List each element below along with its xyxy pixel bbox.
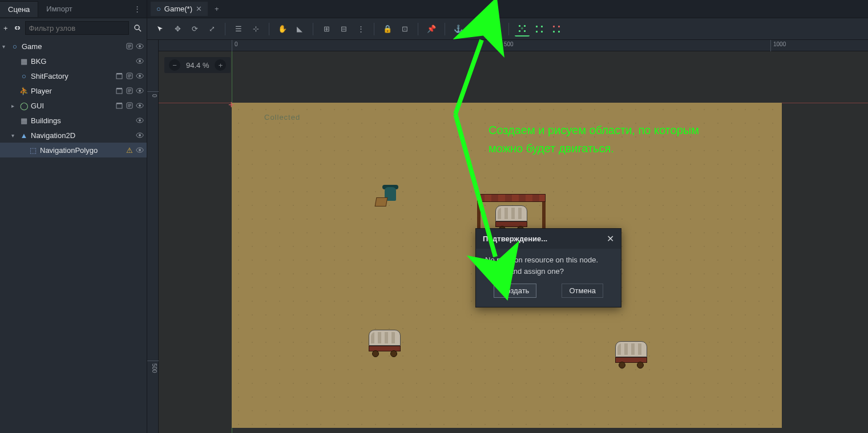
toolbar-separator (445, 23, 445, 35)
svg-rect-32 (524, 25, 526, 27)
svg-rect-20 (116, 104, 122, 108)
toolbar-separator (225, 23, 225, 35)
warn-icon[interactable]: ⚠ (125, 145, 134, 155)
add-node-icon[interactable]: + (3, 21, 8, 35)
scene-icon[interactable] (115, 86, 124, 95)
zoom-out-icon[interactable]: − (169, 59, 180, 71)
pin-icon[interactable]: 📌 (424, 22, 439, 37)
tree-node-buildings[interactable]: ▦ Buildings (0, 113, 147, 128)
polygon-edit-icon[interactable] (532, 22, 547, 37)
view-menu[interactable]: Вид (478, 22, 503, 37)
ruler-tick: 0 (232, 40, 240, 51)
ruler-tool-icon[interactable]: ⊹ (248, 22, 263, 37)
ruler-vertical: 0500 (147, 40, 159, 433)
snap-grid-icon[interactable]: ⊟ (336, 22, 351, 37)
svg-rect-43 (558, 31, 560, 33)
scene-panel-tabs: Сцена Импорт ⋮ (0, 0, 147, 18)
confirm-dialog: Подтверждение... ✕ No polygon resource o… (475, 228, 621, 307)
eye-icon[interactable] (135, 71, 144, 80)
zoom-value: 94.4 % (186, 61, 209, 70)
sprite-player (379, 187, 398, 210)
panel-menu-icon[interactable]: ⋮ (128, 5, 147, 13)
snap-options-icon[interactable]: ⋮ (353, 22, 368, 37)
eye-icon[interactable] (135, 131, 144, 140)
scale-tool-icon[interactable]: ⤢ (204, 22, 219, 37)
tree-node-label: Buildings (31, 116, 135, 125)
dialog-close-icon[interactable]: ✕ (607, 233, 614, 244)
svg-rect-41 (558, 26, 560, 27)
eye-icon[interactable] (135, 86, 144, 95)
svg-rect-37 (541, 26, 543, 27)
snap-toggle-icon[interactable]: ⊞ (319, 22, 334, 37)
tree-node-player[interactable]: ⛹ Player (0, 83, 147, 98)
cancel-button[interactable]: Отмена (562, 284, 603, 298)
script-icon[interactable] (125, 42, 134, 51)
scene-icon[interactable] (115, 71, 124, 80)
eye-icon[interactable] (135, 101, 144, 110)
svg-point-19 (139, 90, 141, 92)
node2d-icon: ○ (10, 42, 19, 51)
group-icon[interactable]: ⊡ (397, 22, 412, 37)
link-node-icon[interactable] (13, 21, 21, 35)
tree-node-label: ShitFactory (31, 72, 115, 80)
search-icon[interactable] (134, 21, 142, 35)
expand-arrow-icon[interactable]: ▸ (11, 103, 19, 109)
svg-point-28 (139, 134, 141, 136)
tree-node-gui[interactable]: ▸ ◯ GUI (0, 98, 147, 113)
script-icon[interactable] (125, 86, 134, 95)
tree-node-bkg[interactable]: ▦ BKG (0, 54, 147, 68)
kinematic-icon: ⛹ (19, 86, 29, 95)
tree-node-label: Game (22, 42, 125, 51)
lock-icon[interactable]: 🔒 (380, 22, 395, 37)
tab-import[interactable]: Импорт (38, 1, 80, 17)
dialog-title-text: Подтверждение... (483, 234, 547, 243)
close-tab-icon[interactable]: ✕ (196, 5, 202, 13)
node2d-icon: ○ (19, 71, 29, 80)
svg-rect-16 (116, 88, 122, 89)
svg-text:+: + (520, 26, 523, 31)
dialog-titlebar[interactable]: Подтверждение... ✕ (476, 229, 621, 249)
zoom-in-icon[interactable]: + (215, 59, 226, 71)
tab-game-scene[interactable]: ○ Game(*) ✕ (151, 2, 208, 16)
tree-node-navigationpolygo[interactable]: ⬚ NavigationPolygo ⚠ (0, 143, 147, 157)
polygon-delete-icon[interactable] (549, 22, 564, 37)
eye-icon[interactable] (135, 145, 144, 155)
rotate-tool-icon[interactable]: ⟳ (187, 22, 202, 37)
script-icon[interactable] (125, 101, 134, 110)
filter-nodes-input[interactable] (25, 21, 129, 35)
select-tool-icon[interactable] (153, 22, 168, 37)
scene-icon[interactable] (115, 101, 124, 110)
nav-icon: ▲ (19, 131, 29, 140)
main-tabs: ○ Game(*) ✕ + (147, 0, 868, 18)
tree-node-shitfactory[interactable]: ○ ShitFactory (0, 68, 147, 83)
tree-node-navigation2d[interactable]: ▾ ▲ Navigation2D (0, 128, 147, 143)
svg-rect-34 (524, 30, 526, 32)
svg-line-1 (139, 29, 141, 31)
toolbar-separator (313, 23, 313, 35)
pan-tool-icon[interactable]: ✋ (275, 22, 290, 37)
sprite-wagon-2 (495, 205, 527, 230)
expand-arrow-icon[interactable]: ▾ (2, 43, 10, 50)
script-icon[interactable] (125, 71, 134, 80)
svg-point-9 (139, 60, 141, 62)
polygon-create-icon[interactable]: + (515, 22, 530, 37)
ruler2-tool-icon[interactable]: ◣ (292, 22, 307, 37)
expand-arrow-icon[interactable]: ▾ (11, 132, 19, 139)
scene-tree: ▾ ○ Game ▦ BKG ○ ShitFactory ⛹ Player ▸ … (0, 38, 147, 159)
eye-icon[interactable] (135, 42, 144, 51)
grid-icon: ▦ (19, 116, 29, 125)
create-button[interactable]: Создать (494, 284, 536, 298)
tab-scene[interactable]: Сцена (0, 1, 38, 17)
eye-icon[interactable] (135, 56, 144, 66)
add-tab-icon[interactable]: + (209, 2, 225, 15)
ruler-horizontal: 05001000 (147, 40, 868, 51)
eye-icon[interactable] (135, 116, 144, 125)
svg-point-24 (139, 104, 141, 107)
move-tool-icon[interactable]: ✥ (170, 22, 185, 37)
anchor-icon[interactable]: ⚓ (451, 22, 466, 37)
tree-node-game[interactable]: ▾ ○ Game (0, 39, 147, 54)
tree-node-label: NavigationPolygo (40, 146, 125, 155)
svg-rect-40 (553, 26, 555, 27)
svg-rect-10 (116, 74, 122, 79)
list-tool-icon[interactable]: ☰ (231, 22, 246, 37)
